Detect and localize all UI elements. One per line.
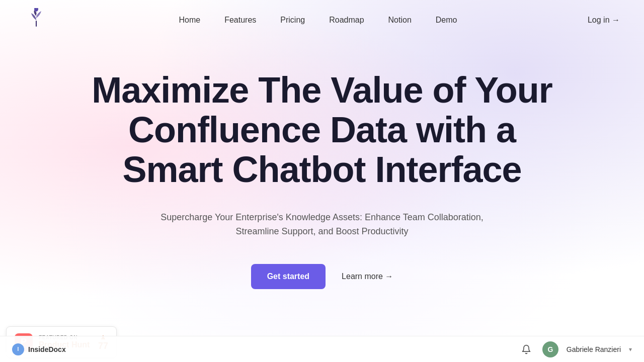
nav-item-features[interactable]: Features — [224, 16, 256, 25]
hero-title: Maximize The Value of Your Confluence Da… — [80, 70, 564, 190]
nav-item-notion[interactable]: Notion — [388, 16, 412, 25]
nav-link-pricing[interactable]: Pricing — [280, 16, 305, 24]
user-avatar: G — [542, 341, 558, 357]
nav-item-pricing[interactable]: Pricing — [280, 16, 305, 25]
nav-link-roadmap[interactable]: Roadmap — [329, 16, 364, 24]
bottom-bar: I InsideDocx G Gabriele Ranzieri ▾ — [0, 336, 644, 362]
nav-item-roadmap[interactable]: Roadmap — [329, 16, 364, 25]
app-name-label: InsideDocx — [28, 345, 66, 353]
nav-link-features[interactable]: Features — [224, 16, 256, 24]
chevron-down-icon[interactable]: ▾ — [629, 346, 632, 353]
navbar: Home Features Pricing Roadmap Notion Dem… — [0, 0, 644, 40]
hero-subtitle: Supercharge Your Enterprise's Knowledge … — [156, 210, 488, 239]
nav-link-home[interactable]: Home — [179, 16, 200, 24]
nav-link-demo[interactable]: Demo — [436, 16, 457, 24]
bottom-left: I InsideDocx — [12, 343, 66, 355]
nav-item-home[interactable]: Home — [179, 16, 200, 25]
nav-links: Home Features Pricing Roadmap Notion Dem… — [179, 16, 457, 25]
get-started-button[interactable]: Get started — [251, 264, 326, 289]
notification-bell-icon[interactable] — [518, 341, 534, 357]
login-button[interactable]: Log in → — [588, 16, 620, 25]
nav-item-demo[interactable]: Demo — [436, 16, 457, 25]
learn-more-button[interactable]: Learn more → — [342, 272, 393, 281]
hero-buttons: Get started Learn more → — [251, 264, 393, 289]
logo-icon — [24, 8, 48, 32]
logo[interactable] — [24, 8, 48, 32]
app-logo-small: I — [12, 343, 24, 355]
nav-link-notion[interactable]: Notion — [388, 16, 412, 24]
bottom-right: G Gabriele Ranzieri ▾ — [518, 341, 632, 357]
hero-section: Maximize The Value of Your Confluence Da… — [0, 40, 644, 289]
user-name-label: Gabriele Ranzieri — [567, 345, 621, 353]
